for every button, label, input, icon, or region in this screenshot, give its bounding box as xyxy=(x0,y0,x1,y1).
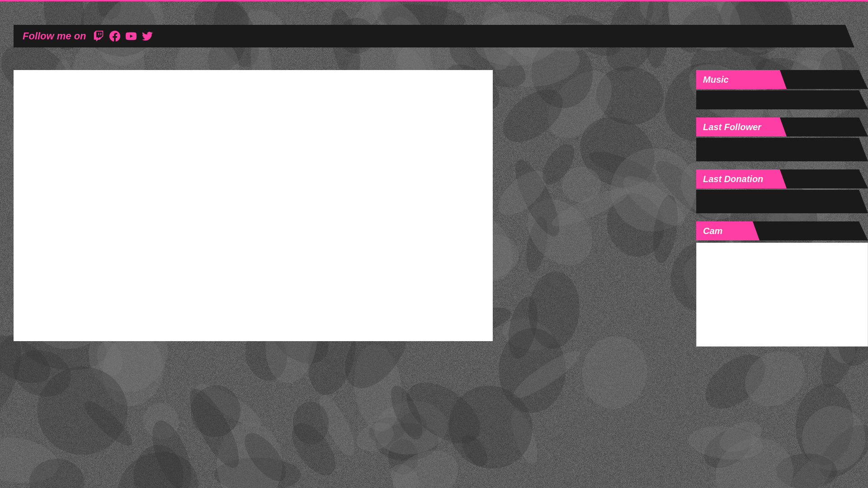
last-donation-title: Last Donation xyxy=(696,174,763,184)
last-follower-widget: Last Follower xyxy=(696,117,868,161)
last-follower-header: Last Follower xyxy=(696,117,868,136)
twitch-icon[interactable] xyxy=(93,31,104,42)
last-donation-widget: Last Donation xyxy=(696,169,868,213)
twitter-icon[interactable] xyxy=(142,31,153,42)
cam-content xyxy=(696,243,868,347)
right-panel: Music Last Follower Last Donation xyxy=(696,70,868,347)
last-follower-content xyxy=(696,138,868,161)
facebook-icon[interactable] xyxy=(109,31,120,42)
page-container: Follow me on xyxy=(0,0,868,488)
cam-header: Cam xyxy=(696,221,868,240)
cam-title: Cam xyxy=(696,226,722,236)
last-donation-content xyxy=(696,190,868,213)
cam-widget: Cam xyxy=(696,221,868,347)
youtube-icon[interactable] xyxy=(126,31,137,42)
music-widget: Music xyxy=(696,70,868,109)
last-donation-header: Last Donation xyxy=(696,169,868,188)
music-title: Music xyxy=(696,75,729,85)
follow-text: Follow me on xyxy=(23,30,86,42)
social-icons xyxy=(93,31,153,42)
music-widget-header: Music xyxy=(696,70,868,89)
top-bar: Follow me on xyxy=(14,25,854,47)
last-follower-title: Last Follower xyxy=(696,122,761,132)
music-content xyxy=(696,90,868,109)
main-content-area xyxy=(14,70,493,341)
